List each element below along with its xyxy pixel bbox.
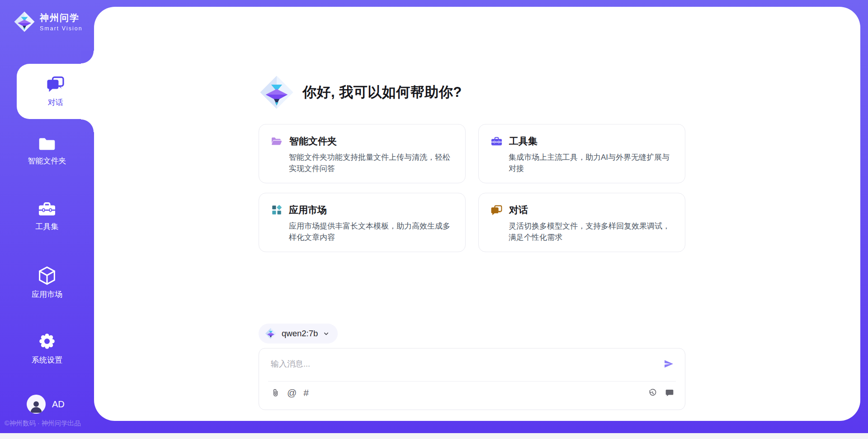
- app-window: 神州问学 Smart Vision 对话: [0, 0, 868, 439]
- sidebar-item-label: 应用市场: [32, 289, 62, 300]
- model-name: qwen2:7b: [282, 329, 318, 339]
- message-input[interactable]: [271, 359, 658, 369]
- horizontal-scrollbar[interactable]: [0, 433, 868, 439]
- gear-icon: [38, 332, 57, 351]
- gem-logo-icon: [265, 328, 277, 339]
- card-title: 应用市场: [289, 204, 327, 216]
- folder-open-icon: [271, 136, 283, 147]
- toolbox-icon: [491, 136, 503, 147]
- gem-logo-icon: [259, 75, 294, 110]
- card-description: 集成市场上主流工具，助力AI与外界无缝扩展与对接: [491, 152, 673, 174]
- sidebar-item-chat[interactable]: 对话: [17, 64, 94, 119]
- conversations-button[interactable]: [665, 388, 674, 397]
- copyright-footer: ©神州数码 · 神州问学出品: [5, 419, 95, 428]
- greeting-text: 你好, 我可以如何帮助你?: [302, 83, 462, 102]
- avatar: [27, 395, 46, 414]
- brand: 神州问学 Smart Vision: [14, 11, 83, 33]
- card-toolset[interactable]: 工具集 集成市场上主流工具，助力AI与外界无缝扩展与对接: [478, 124, 685, 183]
- mention-button[interactable]: @: [287, 387, 297, 398]
- history-icon: [648, 388, 657, 398]
- attach-file-button[interactable]: [271, 388, 280, 398]
- card-app-market[interactable]: 应用市场 应用市场提供丰富长文本模板，助力高效生成多样化文章内容: [259, 193, 466, 252]
- toolbox-icon: [38, 200, 57, 217]
- chat-icon: [46, 75, 65, 93]
- sidebar: 神州问学 Smart Vision 对话: [0, 0, 94, 439]
- user-profile[interactable]: AD: [27, 395, 65, 414]
- sidebar-item-label: 工具集: [36, 221, 59, 232]
- message-composer: @ #: [259, 348, 685, 410]
- sidebar-item-app-market[interactable]: 应用市场: [0, 266, 94, 300]
- greeting-hero: 你好, 我可以如何帮助你?: [259, 75, 462, 110]
- brand-subtitle: Smart Vision: [40, 25, 83, 32]
- folder-icon: [38, 135, 57, 152]
- at-icon: @: [287, 387, 297, 398]
- hash-icon: #: [303, 387, 309, 398]
- sidebar-item-label: 对话: [48, 97, 63, 108]
- topic-button[interactable]: #: [303, 387, 309, 398]
- gem-logo-icon: [14, 11, 35, 33]
- cube-icon: [38, 266, 56, 285]
- sidebar-item-smart-folder[interactable]: 智能文件夹: [0, 135, 94, 166]
- card-description: 灵活切换多模型文件，支持多样回复效果调试，满足个性化需求: [491, 220, 673, 243]
- person-icon: [28, 398, 44, 414]
- card-description: 智能文件夹功能支持批量文件上传与清洗，轻松实现文件问答: [271, 152, 453, 174]
- history-button[interactable]: [648, 388, 657, 398]
- model-selector[interactable]: qwen2:7b: [259, 324, 338, 344]
- card-description: 应用市场提供丰富长文本模板，助力高效生成多样化文章内容: [271, 220, 453, 243]
- card-smart-folder[interactable]: 智能文件夹 智能文件夹功能支持批量文件上传与清洗，轻松实现文件问答: [259, 124, 466, 183]
- card-title: 对话: [509, 204, 528, 216]
- user-initials: AD: [52, 399, 65, 410]
- chevron-down-icon: [323, 330, 330, 337]
- send-icon: [663, 358, 674, 369]
- chat-icon: [491, 205, 503, 216]
- tab-curve-top: [81, 51, 94, 64]
- paperclip-icon: [271, 388, 280, 398]
- sidebar-item-label: 系统设置: [32, 355, 62, 365]
- feature-cards: 智能文件夹 智能文件夹功能支持批量文件上传与清洗，轻松实现文件问答: [259, 124, 685, 252]
- chat-bubble-icon: [665, 388, 674, 397]
- app-market-icon: [271, 204, 283, 216]
- sidebar-item-label: 智能文件夹: [28, 156, 66, 166]
- brand-name: 神州问学: [40, 12, 83, 24]
- main-panel: 你好, 我可以如何帮助你? 智能文件夹 智能文件夹功能支持批量文件上传与清洗，轻…: [94, 7, 860, 421]
- card-chat[interactable]: 对话 灵活切换多模型文件，支持多样回复效果调试，满足个性化需求: [478, 193, 685, 252]
- card-title: 智能文件夹: [289, 135, 337, 148]
- send-button[interactable]: [663, 358, 674, 369]
- tab-curve-bottom: [81, 119, 94, 132]
- card-title: 工具集: [509, 135, 538, 148]
- sidebar-item-settings[interactable]: 系统设置: [0, 332, 94, 365]
- sidebar-item-toolset[interactable]: 工具集: [0, 200, 94, 232]
